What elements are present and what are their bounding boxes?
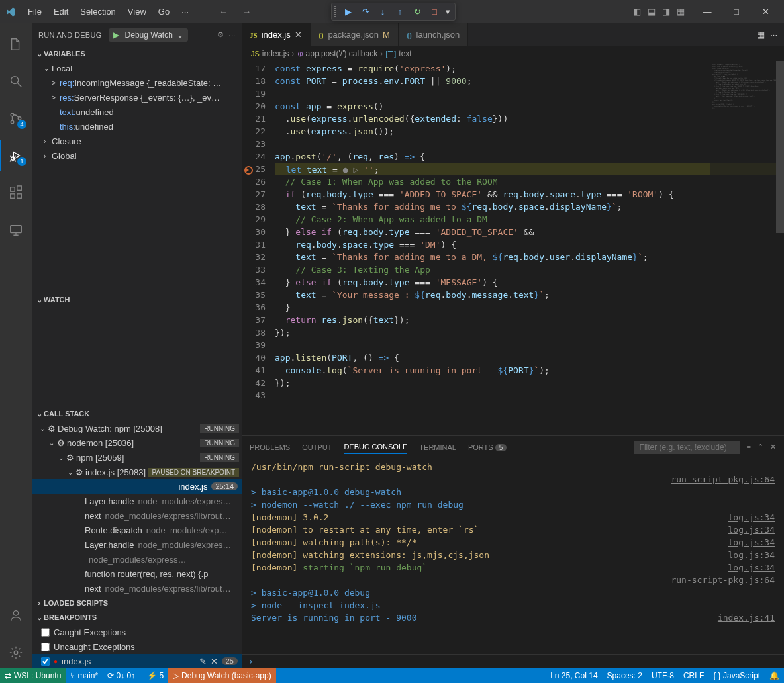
var-row[interactable]: > req: IncomingMessage {_readableState: … — [32, 75, 242, 90]
breadcrumb[interactable]: JS index.js›⊕ app.post('/') callback›[☰]… — [242, 46, 784, 61]
callstack-frame[interactable]: Route.dispatchnode_modules/exp… — [32, 523, 242, 537]
menu-file[interactable]: File — [23, 4, 47, 19]
var-row[interactable]: this: undefined — [32, 119, 242, 134]
breakpoint-file-checkbox[interactable] — [41, 657, 50, 666]
breakpoint-uncaught-checkbox[interactable] — [41, 643, 50, 651]
section-variables[interactable]: ⌄VARIABLES — [32, 46, 242, 61]
tab-index.js[interactable]: JSindex.js✕ — [242, 23, 311, 46]
tab-launch.json[interactable]: {}launch.json — [399, 23, 468, 46]
console-source-link[interactable]: log.js:34 — [728, 524, 775, 536]
close-icon[interactable]: ✕ — [295, 30, 302, 40]
gutter[interactable]: 1718192021222324252627282930313233343536… — [242, 61, 275, 435]
debug-stop-button[interactable]: □ — [426, 5, 443, 19]
panel-tab-ports[interactable]: PORTS 5 — [468, 441, 507, 454]
debug-step-into-button[interactable]: ↓ — [374, 5, 391, 19]
console-filter-input[interactable] — [634, 441, 740, 454]
window-close-button[interactable]: ✕ — [752, 2, 779, 22]
menu-selection[interactable]: Selection — [75, 4, 121, 19]
nav-back-icon[interactable]: ← — [214, 5, 233, 19]
status-position[interactable]: Ln 25, Col 14 — [546, 668, 602, 683]
more-icon[interactable]: ··· — [770, 30, 777, 40]
callstack-thread[interactable]: ⌄ ⚙ npm [25059]RUNNING — [32, 450, 242, 465]
activity-debug-icon[interactable]: 1 — [0, 140, 32, 171]
callstack-frame[interactable]: index.js25:14 — [32, 479, 242, 494]
more-icon[interactable]: ··· — [229, 31, 235, 39]
status-remote[interactable]: ⇄WSL: Ubuntu — [0, 668, 66, 683]
console-source-link[interactable]: run-script-pkg.js:64 — [671, 574, 775, 586]
callstack-frame[interactable]: function router(req, res, next) {.p — [32, 567, 242, 581]
window-minimize-button[interactable]: — — [694, 2, 720, 22]
status-language[interactable]: { } JavaScript — [709, 668, 765, 683]
panel-tab-output[interactable]: OUTPUT — [302, 441, 332, 454]
debug-restart-button[interactable]: ↻ — [409, 5, 426, 19]
gear-icon[interactable]: ⚙ — [217, 30, 224, 39]
breakpoint-file[interactable]: ● index.js ✎ ✕ 25 — [32, 654, 242, 668]
panel-tab-debug-console[interactable]: DEBUG CONSOLE — [344, 440, 407, 454]
var-row[interactable]: > res: ServerResponse {_events: {…}, _ev… — [32, 90, 242, 105]
debug-more-button[interactable]: ▾ — [443, 5, 452, 19]
code-content[interactable]: const express = require('express');const… — [275, 61, 784, 435]
activity-extensions-icon[interactable] — [0, 177, 32, 208]
menu-···[interactable]: ··· — [176, 4, 194, 19]
section-loaded-scripts[interactable]: ›LOADED SCRIPTS — [32, 596, 242, 610]
activity-remote-explorer-icon[interactable] — [0, 214, 32, 246]
console-source-link[interactable]: log.js:34 — [728, 511, 775, 524]
debug-step-over-button[interactable]: ↷ — [357, 5, 374, 19]
layout-customize-icon[interactable]: ▦ — [674, 5, 687, 19]
callstack-thread[interactable]: ⌄ ⚙ index.js [25083]PAUSED ON BREAKPOINT — [32, 465, 242, 479]
activity-scm-icon[interactable]: 4 — [0, 103, 32, 134]
section-callstack[interactable]: ⌄CALL STACK — [32, 406, 242, 421]
breadcrumb-item[interactable]: index.js — [262, 49, 289, 58]
layout-toggle-panel-icon[interactable]: ⬓ — [645, 5, 658, 19]
editor-toggle-icon[interactable]: ▦ — [757, 30, 765, 40]
callstack-frame[interactable]: nextnode_modules/express/lib/rout… — [32, 508, 242, 523]
console-source-link[interactable]: log.js:34 — [728, 549, 775, 561]
breakpoint-caught[interactable]: Caught Exceptions — [32, 625, 242, 639]
debug-console-output[interactable]: /usr/bin/npm run-script debug-watchrun-s… — [242, 458, 784, 654]
layout-toggle-primary-icon[interactable]: ◧ — [630, 5, 644, 19]
status-encoding[interactable]: UTF-8 — [647, 668, 679, 683]
breakpoint-uncaught[interactable]: Uncaught Exceptions — [32, 639, 242, 654]
console-source-link[interactable]: index.js:41 — [718, 612, 775, 624]
debug-step-out-button[interactable]: ↑ — [391, 5, 409, 19]
menu-edit[interactable]: Edit — [48, 4, 74, 19]
vertical-scrollbar[interactable] — [776, 61, 784, 435]
layout-toggle-secondary-icon[interactable]: ◨ — [660, 5, 673, 19]
status-sync[interactable]: ⟳ 0↓ 0↑ — [103, 668, 140, 683]
activity-explorer-icon[interactable] — [0, 28, 32, 60]
callstack-frame[interactable]: node_modules/express… — [32, 552, 242, 567]
minimap[interactable]: const express = require('express');const… — [710, 61, 776, 435]
tab-package.json[interactable]: {}package.jsonM — [311, 23, 399, 46]
scope-global[interactable]: › Global — [32, 148, 242, 163]
nav-forward-icon[interactable]: → — [237, 5, 256, 19]
callstack-frame[interactable]: Layer.handlenode_modules/expres… — [32, 537, 242, 552]
callstack-thread[interactable]: ⌄ ⚙ Debug Watch: npm [25008]RUNNING — [32, 421, 242, 435]
callstack-thread[interactable]: ⌄ ⚙ nodemon [25036]RUNNING — [32, 435, 242, 450]
panel-maximize-icon[interactable]: ⌃ — [758, 443, 763, 451]
console-source-link[interactable]: log.js:34 — [728, 536, 775, 549]
section-breakpoints[interactable]: ⌄BREAKPOINTS — [32, 610, 242, 625]
debug-toolbar[interactable]: ▶ ↷ ↓ ↑ ↻ □ ▾ — [331, 3, 456, 21]
var-row[interactable]: text: undefined — [32, 105, 242, 119]
section-watch[interactable]: ⌄WATCH — [32, 293, 242, 307]
status-debug[interactable]: ▷Debug Watch (basic-app) — [168, 668, 276, 683]
menu-go[interactable]: Go — [153, 4, 175, 19]
console-source-link[interactable]: run-script-pkg.js:64 — [671, 473, 775, 486]
console-source-link[interactable]: log.js:34 — [728, 561, 775, 574]
panel-settings-icon[interactable]: ≡ — [747, 443, 751, 451]
activity-search-icon[interactable] — [0, 66, 32, 97]
status-notifications[interactable]: 🔔 — [765, 668, 784, 683]
callstack-frame[interactable]: Layer.handlenode_modules/expres… — [32, 494, 242, 508]
callstack-frame[interactable]: nextnode_modules/express/lib/rout… — [32, 581, 242, 596]
status-branch[interactable]: ⑂main* — [66, 668, 103, 683]
status-ports[interactable]: ⚡ 5 — [140, 668, 168, 683]
menu-view[interactable]: View — [122, 4, 152, 19]
debug-continue-button[interactable]: ▶ — [340, 5, 357, 19]
activity-settings-icon[interactable] — [0, 637, 32, 668]
status-eol[interactable]: CRLF — [679, 668, 709, 683]
breadcrumb-item[interactable]: text — [399, 49, 411, 58]
panel-tab-problems[interactable]: PROBLEMS — [250, 441, 290, 454]
scope-local[interactable]: ⌄ Local — [32, 61, 242, 75]
debug-console-input[interactable]: › — [242, 654, 784, 668]
scope-closure[interactable]: › Closure — [32, 134, 242, 148]
